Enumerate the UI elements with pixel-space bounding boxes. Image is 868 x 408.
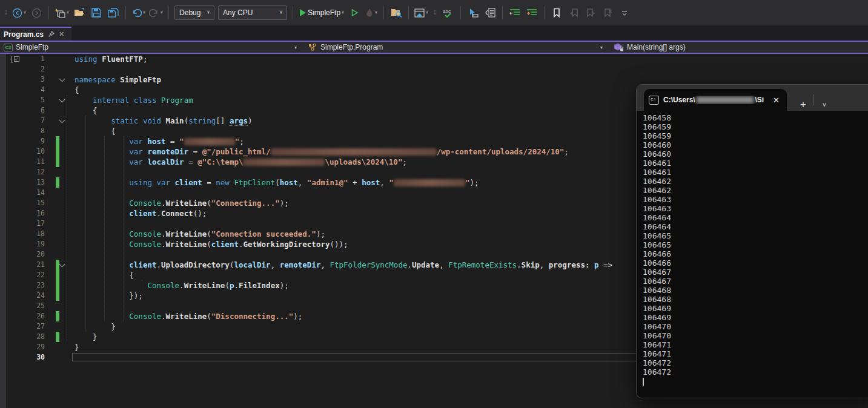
project-dropdown-chevron-icon[interactable]: ▾ <box>294 45 297 50</box>
run-target-chevron-icon[interactable]: ▾ <box>342 10 344 15</box>
line-number[interactable]: 21 <box>0 260 45 270</box>
line-number[interactable]: 9 <box>0 136 45 146</box>
terminal-window[interactable]: C:\ C:\Users\\Si ✕ + ˅ 10645810645910645… <box>636 84 868 398</box>
line-number[interactable]: 25 <box>0 301 45 311</box>
undo-button[interactable]: ▾ <box>131 5 145 21</box>
redacted-text <box>243 159 325 166</box>
line-number[interactable]: 6 <box>0 105 45 116</box>
redo-button[interactable]: ▾ <box>149 5 163 21</box>
type-dropdown[interactable]: SimpleFtp.Program <box>304 42 386 53</box>
line-number[interactable]: 10 <box>0 146 45 157</box>
line-number[interactable]: 18 <box>0 229 45 239</box>
change-tracking-bar <box>56 177 59 188</box>
terminal-tab[interactable]: C:\ C:\Users\\Si ✕ <box>644 89 787 111</box>
line-number[interactable]: 27 <box>0 321 45 332</box>
line-number[interactable]: 5 <box>0 95 45 105</box>
navigate-back-button[interactable]: ▾ <box>12 5 26 21</box>
line-number[interactable]: 11 <box>0 157 45 167</box>
toolbar-drag-handle[interactable]: ⁞⁞ <box>2 9 8 16</box>
back-dropdown-chevron-icon[interactable]: ▾ <box>24 10 26 15</box>
line-number[interactable]: 19 <box>0 239 45 249</box>
back-arrow-icon <box>12 8 22 18</box>
toolbar-separator <box>383 6 384 19</box>
new-terminal-tab-button[interactable]: + <box>797 99 810 111</box>
terminal-cursor <box>643 378 644 386</box>
line-number[interactable]: 4 <box>0 85 45 95</box>
start-without-debugging-button[interactable] <box>348 5 361 21</box>
undo-chevron-icon[interactable]: ▾ <box>143 10 145 15</box>
decrease-indent-icon <box>509 8 520 17</box>
collapse-region-icon[interactable] <box>59 262 64 267</box>
toolbar-overflow-button[interactable] <box>618 5 631 21</box>
save-all-button[interactable] <box>107 5 120 21</box>
previous-bookmark-button[interactable] <box>567 5 580 21</box>
collapse-region-icon[interactable] <box>59 77 64 82</box>
new-item-chevron-icon[interactable]: ▾ <box>67 10 69 15</box>
paste-special-button[interactable] <box>483 5 497 21</box>
terminal-output-line: 106470 <box>643 331 868 340</box>
hot-reload-chevron-icon[interactable]: ▾ <box>375 10 377 15</box>
line-number[interactable]: 22 <box>0 270 45 280</box>
line-number[interactable]: 8 <box>0 126 45 136</box>
open-file-button[interactable] <box>73 5 86 21</box>
svg-text:abc: abc <box>443 8 451 14</box>
code-text: { <box>75 85 79 95</box>
spell-checker-button[interactable]: abc <box>442 5 455 21</box>
member-dropdown[interactable]: Main(string[] args) <box>610 42 689 53</box>
terminal-output-line: 106467 <box>643 277 868 286</box>
collapse-region-icon[interactable] <box>59 118 64 123</box>
project-dropdown[interactable]: C# SimpleFtp <box>0 42 52 53</box>
line-number[interactable]: 14 <box>0 188 45 198</box>
type-dropdown-chevron-icon[interactable]: ▾ <box>600 45 603 50</box>
line-number[interactable]: 16 <box>0 208 45 219</box>
collapse-region-icon[interactable] <box>59 97 64 102</box>
window-layout-chevron-icon[interactable]: ▾ <box>426 10 428 15</box>
code-line[interactable]: 1using FluentFTP; <box>0 54 868 64</box>
start-debugging-button[interactable]: SimpleFtp ▾ <box>299 5 344 21</box>
hot-reload-button[interactable]: ▾ <box>365 5 378 21</box>
line-number[interactable]: 26 <box>0 311 45 321</box>
line-number[interactable]: 13 <box>0 177 45 188</box>
toolbar-drag-handle[interactable]: ⁞⁞ <box>432 9 438 16</box>
close-tab-icon[interactable]: ✕ <box>59 31 64 38</box>
line-number[interactable]: 15 <box>0 198 45 208</box>
line-number[interactable]: 24 <box>0 291 45 301</box>
terminal-output-line: 106462 <box>643 177 868 186</box>
line-number[interactable]: 2 <box>0 64 45 74</box>
new-item-button[interactable]: ▾ <box>55 5 69 21</box>
navigate-forward-button[interactable] <box>30 5 43 21</box>
line-number[interactable]: 3 <box>0 74 45 85</box>
terminal-tab-title: C:\Users\\Si <box>663 96 764 104</box>
save-button[interactable] <box>90 5 103 21</box>
vs-window: ⁞⁞ ▾ ▾ ▾ ▾ <box>0 0 868 408</box>
code-line[interactable]: 2 <box>0 64 868 74</box>
redo-chevron-icon[interactable]: ▾ <box>161 10 163 15</box>
solution-platform-dropdown[interactable]: Any CPU ▾ <box>218 5 287 20</box>
toggle-bookmark-button[interactable] <box>550 5 563 21</box>
line-number[interactable]: 20 <box>0 249 45 260</box>
find-in-files-button[interactable] <box>389 5 403 21</box>
line-number[interactable]: 28 <box>0 332 45 342</box>
terminal-output[interactable]: 1064581064591064591064601064601064611064… <box>637 111 868 398</box>
tab-program-cs[interactable]: Program.cs ✕ <box>0 27 71 41</box>
line-number[interactable]: 1 <box>0 54 45 64</box>
line-number[interactable]: 23 <box>0 280 45 291</box>
line-number[interactable]: 12 <box>0 167 45 177</box>
code-line[interactable]: 3namespace SimpleFtp <box>0 74 868 85</box>
solution-configuration-dropdown[interactable]: Debug ▾ <box>174 5 214 20</box>
line-number[interactable]: 17 <box>0 219 45 229</box>
line-number[interactable]: 30 <box>0 352 45 363</box>
decrease-indent-button[interactable] <box>508 5 522 21</box>
terminal-tab-close-icon[interactable]: ✕ <box>770 96 782 105</box>
line-number[interactable]: 29 <box>0 342 45 352</box>
terminal-profile-dropdown-icon[interactable]: ˅ <box>818 102 831 108</box>
pin-tab-icon[interactable] <box>48 31 55 38</box>
next-bookmark-button[interactable] <box>584 5 597 21</box>
terminal-output-line: 106466 <box>643 249 868 258</box>
increase-indent-button[interactable] <box>525 5 538 21</box>
window-layout-button[interactable]: ▾ <box>414 5 428 21</box>
navigate-cursor-button[interactable] <box>466 5 480 21</box>
clear-bookmarks-button[interactable] <box>601 5 614 21</box>
code-text: client.Connect(); <box>75 208 207 219</box>
line-number[interactable]: 7 <box>0 116 45 126</box>
